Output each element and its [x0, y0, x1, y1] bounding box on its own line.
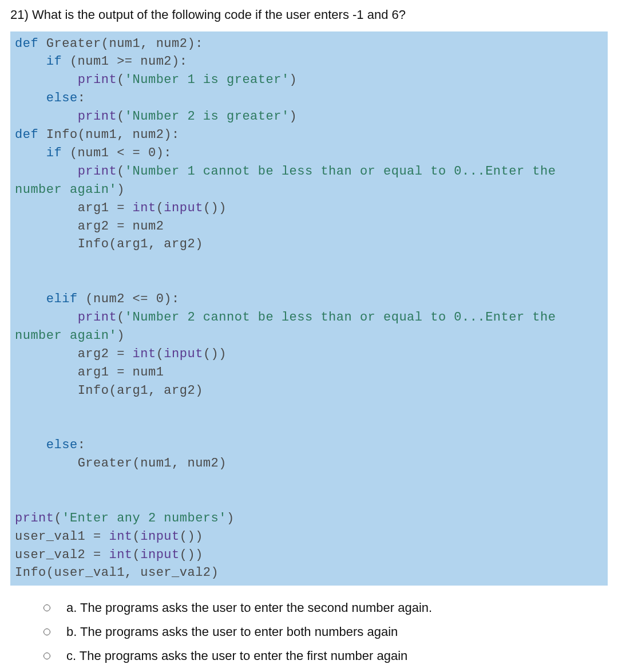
params: (num1, num2): — [78, 128, 180, 142]
answer-option-c[interactable]: c. The programs asks the user to enter t… — [43, 649, 608, 663]
fn-input: input — [164, 347, 203, 361]
kw-def: def — [15, 37, 38, 51]
fn-int: int — [109, 548, 132, 562]
code-line: arg1 = num1 — [15, 365, 164, 380]
answer-option-b[interactable]: b. The programs asks the user to enter b… — [43, 624, 608, 639]
code-line: arg2 = — [15, 347, 133, 361]
str: 'Enter any 2 numbers' — [62, 511, 227, 525]
fn-int: int — [133, 347, 156, 361]
code-line: Greater(num1, num2) — [15, 456, 227, 471]
fn-int: int — [109, 529, 132, 544]
code-text: ()) — [203, 201, 227, 215]
answers-list: a. The programs asks the user to enter t… — [10, 600, 608, 672]
answer-label: b. The programs asks the user to enter b… — [66, 624, 398, 639]
code-text: ()) — [180, 548, 203, 562]
code-line: Info(user_val1, user_val2) — [15, 566, 219, 580]
fn-print: print — [78, 310, 117, 325]
fn-input: input — [164, 201, 203, 215]
radio-icon[interactable] — [43, 653, 50, 659]
code-text: ()) — [180, 529, 203, 544]
code-line: Info(arg1, arg2) — [15, 384, 203, 398]
fn-int: int — [133, 201, 156, 215]
code-line: arg2 = num2 — [15, 219, 164, 234]
str: 'Number 2 is greater' — [125, 109, 290, 124]
kw-def: def — [15, 128, 38, 142]
fn-print: print — [78, 164, 117, 179]
code-line: user_val2 = — [15, 548, 109, 562]
fn-name: Info — [46, 128, 78, 142]
question-number: 21) — [10, 7, 29, 22]
answer-label: a. The programs asks the user to enter t… — [66, 600, 432, 615]
fn-print: print — [78, 109, 117, 124]
fn-input: input — [140, 529, 180, 544]
code-block: def Greater(num1, num2): if (num1 >= num… — [10, 31, 608, 586]
question-text: What is the output of the following code… — [32, 7, 406, 22]
kw-else: else — [46, 438, 78, 452]
answer-option-a[interactable]: a. The programs asks the user to enter t… — [43, 600, 608, 615]
cond: (num1 < = 0): — [62, 146, 172, 160]
code-line: user_val1 = — [15, 529, 109, 544]
kw-else: else — [46, 91, 78, 105]
kw-if: if — [46, 54, 62, 69]
cond: (num1 >= num2): — [62, 54, 187, 69]
code-line: Info(arg1, arg2) — [15, 237, 203, 251]
code-text: ()) — [203, 347, 227, 361]
fn-print: print — [15, 511, 54, 525]
fn-name: Greater — [46, 37, 101, 51]
params: (num1, num2): — [101, 37, 203, 51]
question-title: 21) What is the output of the following … — [10, 7, 608, 23]
radio-icon[interactable] — [43, 604, 50, 611]
code-line: arg1 = — [15, 201, 133, 215]
str: 'Number 1 is greater' — [125, 73, 290, 87]
radio-icon[interactable] — [43, 628, 50, 635]
fn-input: input — [140, 548, 180, 562]
fn-print: print — [78, 73, 117, 87]
kw-elif: elif — [46, 292, 78, 306]
cond: (num2 <= 0): — [78, 292, 180, 306]
answer-label: c. The programs asks the user to enter t… — [66, 649, 407, 663]
kw-if: if — [46, 146, 62, 160]
